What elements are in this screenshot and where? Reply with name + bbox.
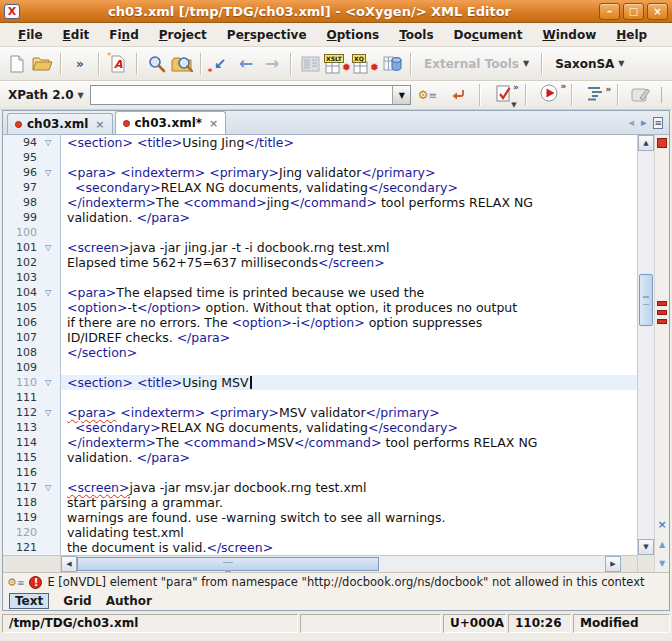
find-icon[interactable] — [144, 51, 168, 77]
find-in-files-icon[interactable] — [170, 51, 194, 77]
fold-toggle-icon[interactable]: ▽ — [37, 168, 59, 177]
more-items-icon[interactable]: » — [68, 51, 92, 77]
menu-options[interactable]: Options — [319, 26, 388, 44]
back-icon[interactable]: ← — [234, 51, 258, 77]
menu-project[interactable]: Project — [151, 26, 215, 44]
message-options-icon[interactable]: ⚙≡ — [7, 576, 24, 589]
mode-tab-author[interactable]: Author — [106, 594, 152, 608]
xpath-dropdown-button[interactable]: ▼ — [392, 86, 410, 104]
document-status-icon[interactable] — [657, 138, 667, 148]
spell-check-icon[interactable]: A* — [106, 51, 130, 77]
menu-document[interactable]: Document — [446, 26, 531, 44]
code-line[interactable]: <para> <indexterm> <primary>MSV validato… — [61, 405, 637, 420]
code-line[interactable] — [61, 225, 637, 240]
maximize-button[interactable]: □ — [623, 3, 644, 20]
menu-perspective[interactable]: Perspective — [219, 26, 315, 44]
horizontal-scroll-track[interactable] — [77, 556, 605, 572]
config-gear-icon[interactable]: ⚙≡ — [415, 82, 439, 108]
code-line[interactable]: </indexterm>The <command>jing</command> … — [61, 195, 637, 210]
code-line[interactable]: validation. </para> — [61, 450, 637, 465]
tab-list-icon[interactable]: ≡ — [653, 111, 663, 130]
close-tab-icon[interactable]: × — [209, 117, 218, 130]
tab-prev-icon[interactable]: ◂ — [628, 111, 634, 130]
stripe-up-icon[interactable]: ▲ — [659, 532, 665, 551]
stripe-down-icon[interactable]: ▼ — [659, 551, 665, 570]
error-stripe-mark[interactable] — [657, 319, 667, 324]
horizontal-scrollbar[interactable]: ◀ ▶ — [3, 555, 637, 572]
open-folder-icon[interactable] — [30, 51, 54, 77]
run-xpath-icon[interactable] — [445, 82, 469, 108]
menu-tools[interactable]: Tools — [391, 26, 441, 44]
scroll-left-button[interactable]: ◀ — [61, 556, 77, 572]
stripe-clear-icon[interactable]: × — [657, 513, 666, 532]
code-line[interactable]: <para> <indexterm> <primary>Jing validat… — [61, 165, 637, 180]
menu-help[interactable]: Help — [608, 26, 655, 44]
code-line[interactable] — [61, 270, 637, 285]
code-line[interactable]: <section> <title>Using MSV — [61, 375, 637, 390]
mode-tab-text[interactable]: Text — [9, 593, 49, 609]
menu-find[interactable]: Find — [101, 26, 146, 44]
menu-file[interactable]: File — [10, 26, 51, 44]
code-line[interactable]: Elapsed time 562+75=637 milliseconds</sc… — [61, 255, 637, 270]
code-line[interactable] — [61, 360, 637, 375]
tab-ch03.xml[interactable]: ch03.xml*× — [115, 111, 227, 134]
code-line[interactable]: <option>-t</option> option. Without that… — [61, 300, 637, 315]
scroll-up-button[interactable]: ▲ — [638, 135, 654, 151]
vertical-scroll-thumb[interactable] — [639, 274, 653, 326]
tab-next-icon[interactable]: ▸ — [641, 111, 647, 130]
code-line[interactable]: ID/IDREF checks. </para> — [61, 330, 637, 345]
format-indent-icon[interactable]: » — [583, 82, 607, 108]
fold-toggle-icon[interactable]: ▽ — [37, 408, 59, 417]
new-document-icon[interactable] — [4, 51, 28, 77]
tab-ch03.xml[interactable]: ch03.xml× — [7, 113, 113, 134]
fold-toggle-icon[interactable]: ▽ — [37, 243, 59, 252]
code-line[interactable]: <secondary>RELAX NG documents, validatin… — [61, 180, 637, 195]
code-line[interactable]: <section> <title>Using Jing</title> — [61, 135, 637, 150]
minimize-button[interactable]: – — [599, 3, 620, 20]
code-line[interactable]: <screen>java -jar msv.jar docbook.rng te… — [61, 480, 637, 495]
xquery-debug-icon[interactable]: XQ✹ — [352, 51, 378, 77]
xslt-debug-icon[interactable]: XSLT✹ — [324, 51, 350, 77]
code-line[interactable]: validation. </para> — [61, 210, 637, 225]
code-line[interactable]: </indexterm>The <command>MSV</command> t… — [61, 435, 637, 450]
last-edit-location-icon[interactable]: ↙* — [208, 51, 232, 77]
code-line[interactable]: warnings are found. use -warning switch … — [61, 510, 637, 525]
validate-icon[interactable]: »▼ — [491, 82, 515, 108]
code-line[interactable]: start parsing a grammar. — [61, 495, 637, 510]
fold-toggle-icon[interactable]: ▽ — [37, 138, 59, 147]
code-line[interactable]: <screen>java -jar jing.jar -t -i docbook… — [61, 240, 637, 255]
code-line[interactable]: the document is valid.</screen> — [61, 540, 637, 555]
horizontal-scroll-thumb[interactable] — [77, 557, 379, 571]
fold-toggle-icon[interactable]: ▽ — [37, 288, 59, 297]
code-line[interactable]: if there are no errors. The <option>-i</… — [61, 315, 637, 330]
code-line[interactable]: </section> — [61, 345, 637, 360]
menu-window[interactable]: Window — [534, 26, 604, 44]
code-line[interactable]: <secondary>RELAX NG documents, validatin… — [61, 420, 637, 435]
code-line[interactable]: validating test.xml — [61, 525, 637, 540]
forward-icon[interactable]: → — [260, 51, 284, 77]
scroll-right-button[interactable]: ▶ — [605, 556, 621, 572]
scroll-down-button[interactable]: ▼ — [638, 539, 654, 555]
code-line[interactable]: <para>The elapsed time is printed becaus… — [61, 285, 637, 300]
close-button[interactable]: × — [647, 3, 668, 20]
code-line[interactable] — [61, 150, 637, 165]
mode-tab-grid[interactable]: Grid — [63, 594, 91, 608]
menu-edit[interactable]: Edit — [55, 26, 98, 44]
database-icon[interactable] — [380, 51, 404, 77]
error-stripe-mark[interactable] — [657, 310, 667, 315]
fold-toggle-icon[interactable]: ▽ — [37, 378, 59, 387]
code-line[interactable] — [61, 465, 637, 480]
titlebar[interactable]: X ch03.xml [/tmp/TDG/ch03.xml] - <oXygen… — [0, 0, 672, 23]
report-icon[interactable] — [298, 51, 322, 77]
error-stripe-mark[interactable] — [657, 301, 667, 306]
xpath-version-button[interactable]: XPath 2.0 ▼ — [6, 82, 86, 108]
close-tab-icon[interactable]: × — [95, 118, 104, 131]
code-area[interactable]: <section> <title>Using Jing</title><para… — [61, 135, 637, 555]
vertical-scroll-track[interactable] — [638, 151, 654, 539]
code-line[interactable] — [61, 390, 637, 405]
vertical-scrollbar[interactable]: ▲ ▼ — [637, 135, 654, 572]
transform-icon[interactable]: » — [537, 82, 561, 108]
author-edit-icon[interactable] — [629, 82, 653, 108]
fold-toggle-icon[interactable]: ▽ — [37, 483, 59, 492]
external-tools-button[interactable]: External Tools ▼ — [418, 51, 535, 77]
